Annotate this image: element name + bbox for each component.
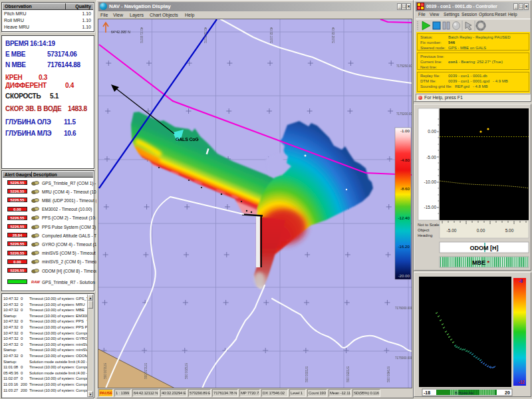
svg-text:MBE *: MBE * [472,259,490,266]
svg-text:573200.00E: 573200.00E [184,363,188,379]
svg-text:Object: Object [418,228,430,232]
svg-text:573400.00E: 573400.00E [386,366,390,382]
svg-text:Heading: Heading [418,233,432,237]
svg-text:-16.20: -16.20 [398,244,410,249]
svg-text:573150.00E: 573150.00E [144,363,147,379]
svg-text:-15.00: -15.00 [424,205,437,209]
svg-text:573100.00E: 573100.00E [103,363,106,379]
svg-text:-5.00: -5.00 [426,155,436,160]
svg-text:573300.00E: 573300.00E [305,366,308,382]
svg-text:7175900.000N: 7175900.000N [395,356,412,360]
svg-text:7175250.000N: 7175250.000N [396,65,412,68]
svg-text:В.Нрим.Ам: В.Нрим.Ам [455,391,473,395]
svg-text:-20.00: -20.00 [398,273,410,278]
svg-text:40:31.900'E: 40:31.900'E [140,27,143,43]
svg-text:-12.40: -12.40 [398,215,410,220]
svg-text:-8.60: -8.60 [400,186,410,191]
svg-text:40:32.000'E: 40:32.000'E [203,27,207,43]
svg-text:0.00: 0.00 [477,228,485,233]
svg-text:-10.00: -10.00 [424,180,437,184]
svg-text:5.00: 5.00 [505,228,514,233]
svg-text:40:32.200'E: 40:32.200'E [331,27,334,43]
svg-text:40:32.100'E: 40:32.100'E [269,27,273,43]
svg-text:Not to Scale: Not to Scale [418,223,440,227]
svg-text:20: 20 [505,390,510,395]
svg-text:-4.80: -4.80 [400,158,410,162]
svg-text:573350.00E: 573350.00E [346,366,349,382]
svg-text:-5.00: -5.00 [447,228,457,233]
svg-text:64°42.395' N: 64°42.395' N [111,30,130,34]
svg-text:-12: -12 [519,380,525,384]
svg-text:7176000.000N: 7176000.000N [395,307,412,310]
svg-text:-18: -18 [424,390,430,395]
svg-text:ODOM [H]: ODOM [H] [470,245,499,251]
svg-text:0.00: 0.00 [428,129,436,134]
svg-text:7175200.000N: 7175200.000N [396,112,412,116]
svg-text:-8: -8 [519,279,523,283]
svg-text:GALS CoG: GALS CoG [176,137,199,142]
svg-text:-1.00: -1.00 [400,128,410,133]
